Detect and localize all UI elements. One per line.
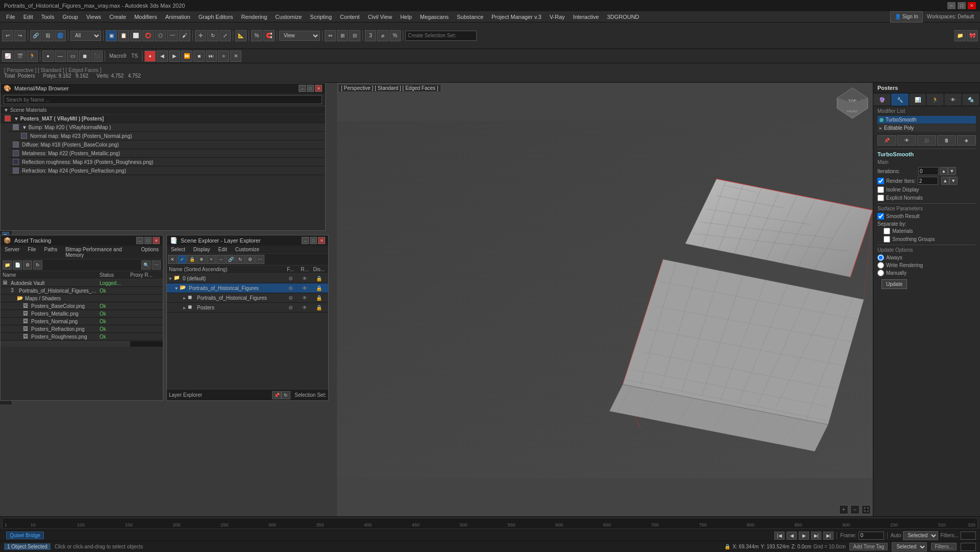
filters-button[interactable]: Filters... <box>931 543 957 550</box>
menu-content[interactable]: Content <box>336 13 364 21</box>
minimize-button[interactable]: – <box>947 2 955 9</box>
mirror-button[interactable]: ⇔ <box>325 30 336 41</box>
create-selection-set-input[interactable] <box>405 31 477 41</box>
le-item-posters[interactable]: ▸ ◼ Posters ⚙ 👁 🔒 <box>167 303 328 313</box>
iterations-up[interactable]: ▲ <box>940 167 948 175</box>
select-move-button[interactable]: ✛ <box>195 30 206 41</box>
le-maximize-button[interactable]: □ <box>310 237 317 244</box>
menu-views[interactable]: Views <box>82 13 105 21</box>
element-button[interactable]: ⬛ <box>91 51 103 62</box>
update-button[interactable]: Update <box>881 279 907 289</box>
fence-select-button[interactable]: ⬡ <box>155 30 166 41</box>
menu-graph-editors[interactable]: Graph Editors <box>194 13 237 21</box>
timeline-track[interactable]: 1 10 100 150 200 250 300 350 400 450 500… <box>2 518 978 529</box>
snap-button[interactable]: 🧲 <box>263 30 275 41</box>
mat-minimize-button[interactable]: – <box>299 85 306 92</box>
material-item-3[interactable]: Diffuse: Map #18 (Posters_BaseColor.png) <box>9 140 325 149</box>
manually-radio[interactable] <box>877 270 884 276</box>
render-iters-up[interactable]: ▲ <box>941 177 949 185</box>
unlink-button[interactable]: ⛓ <box>42 30 54 41</box>
frame-input[interactable] <box>859 532 884 540</box>
menu-project-manager[interactable]: Project Manager v.3 <box>487 13 546 21</box>
prev-frame-button[interactable]: ◀ <box>787 532 797 540</box>
render-iters-down[interactable]: ▼ <box>949 177 958 185</box>
ribbon-button[interactable]: 🎀 <box>967 30 978 41</box>
menu-vray[interactable]: V-Ray <box>546 13 569 21</box>
curve-editor-button[interactable]: 📈 <box>2 51 13 62</box>
at-menu-options[interactable]: Options <box>137 246 163 259</box>
material-browser-titlebar[interactable]: 🎨 Material/Map Browser – □ ✕ <box>1 83 325 93</box>
menu-edit[interactable]: Edit <box>19 13 37 21</box>
mat-maximize-button[interactable]: □ <box>307 85 314 92</box>
at-item-maps[interactable]: 📂 Maps / Shaders <box>1 295 163 302</box>
at-minimize-button[interactable]: – <box>136 237 143 244</box>
utilities-tab[interactable]: 🔩 <box>962 93 980 106</box>
pin-stack-button[interactable]: 📌 <box>877 135 896 146</box>
le-item-portraits[interactable]: ▾ 📂 Portraits_of_Historical_Figures ⚙ 👁 … <box>167 283 328 293</box>
le-more-button[interactable]: ⋯ <box>255 255 264 264</box>
modifier-turbosmooth[interactable]: TurboSmooth <box>877 116 976 124</box>
align-button[interactable]: ⊞ <box>337 30 348 41</box>
menu-rendering[interactable]: Rendering <box>237 13 272 21</box>
le-refresh-button[interactable]: ↻ <box>236 255 245 264</box>
lasso-select-button[interactable]: 〰 <box>167 30 178 41</box>
mat-close-button[interactable]: ✕ <box>315 85 322 92</box>
le-link-button[interactable]: 🔗 <box>226 255 235 264</box>
menu-help[interactable]: Help <box>396 13 416 21</box>
at-tb-btn-2[interactable]: 📄 <box>13 260 22 270</box>
at-item-refraction[interactable]: 🖼 Posters_Refraction.png Ok <box>1 325 163 333</box>
material-item-1[interactable]: ▼ Bump: Map #20 ( VRayNormalMap ) <box>9 123 325 132</box>
go-to-start-button[interactable]: |◀ <box>774 532 785 540</box>
percent-button[interactable]: % <box>251 30 262 41</box>
menu-customize[interactable]: Customize <box>271 13 306 21</box>
smooth-result-checkbox[interactable] <box>877 213 884 220</box>
explicit-normals-checkbox[interactable] <box>877 195 884 201</box>
zoom-in-button[interactable]: + <box>839 505 848 514</box>
undo-button[interactable]: ↩ <box>2 30 13 41</box>
at-close-button[interactable]: ✕ <box>153 237 160 244</box>
le-menu-customize[interactable]: Customize <box>231 246 263 253</box>
menu-scripting[interactable]: Scripting <box>306 13 336 21</box>
at-item-normal[interactable]: 🖼 Posters_Normal.png Ok <box>1 318 163 325</box>
vertex-button[interactable]: ● <box>42 51 54 62</box>
modifier-editable-poly[interactable]: ▸ Editable Poly <box>877 124 976 132</box>
menu-modifiers[interactable]: Modifiers <box>130 13 161 21</box>
close-toolbar-button[interactable]: ✕ <box>230 51 241 62</box>
always-radio[interactable] <box>877 254 884 261</box>
border-button[interactable]: ▭ <box>67 51 78 62</box>
at-menu-file[interactable]: File <box>23 246 40 259</box>
le-close-button[interactable]: ✕ <box>318 237 325 244</box>
redo-button[interactable]: ↪ <box>14 30 26 41</box>
menu-file[interactable]: File <box>2 13 19 21</box>
zoom-out-button[interactable]: – <box>850 505 860 514</box>
more-options-button[interactable]: » <box>218 51 229 62</box>
smoothing-groups-checkbox[interactable] <box>884 236 890 243</box>
stop-button[interactable]: ■ <box>193 51 205 62</box>
render-iters-input[interactable] <box>918 177 938 185</box>
show-in-viewport-button[interactable]: 👁 <box>897 135 916 146</box>
le-gear-button[interactable]: ⚙ <box>246 255 255 264</box>
le-menu-select[interactable]: Select <box>167 246 189 253</box>
reference-coord-button[interactable]: 📐 <box>235 30 247 41</box>
le-refresh-btn[interactable]: ↻ <box>281 391 290 399</box>
select-scale-button[interactable]: ⤢ <box>219 30 231 41</box>
iterations-down[interactable]: ▼ <box>948 167 956 175</box>
material-item-4[interactable]: Metalness: Map #22 (Posters_Metallic.png… <box>9 149 325 158</box>
write-rendering-radio[interactable] <box>877 262 884 269</box>
at-item-basecolor[interactable]: 🖼 Posters_BaseColor.png Ok <box>1 302 163 310</box>
at-tb-more[interactable]: ⋯ <box>152 260 161 270</box>
material-item-6[interactable]: Refraction: Map #24 (Posters_Refraction.… <box>9 166 325 175</box>
at-tb-btn-3[interactable]: ⚙ <box>23 260 32 270</box>
iterations-input[interactable] <box>918 167 939 175</box>
materials-checkbox[interactable] <box>884 228 890 234</box>
at-menu-server[interactable]: Server <box>1 246 23 259</box>
at-tb-btn-1[interactable]: 📁 <box>3 260 12 270</box>
at-item-vault[interactable]: 🏛 Autodesk Vault Logged... <box>1 279 163 287</box>
select-link-button[interactable]: 🔗 <box>30 30 41 41</box>
hierarchy-tab[interactable]: 📊 <box>909 93 927 106</box>
close-button[interactable]: ✕ <box>968 2 976 9</box>
material-item-2[interactable]: Normal map: Map #23 (Posters_Normal.png) <box>17 132 325 140</box>
at-item-portraits-max[interactable]: 3 Portraits_of_Historical_Figures_max.ma… <box>1 287 163 295</box>
selected-dropdown[interactable]: Selected <box>903 531 938 540</box>
maximize-viewport-button[interactable]: ⛶ <box>862 505 871 514</box>
